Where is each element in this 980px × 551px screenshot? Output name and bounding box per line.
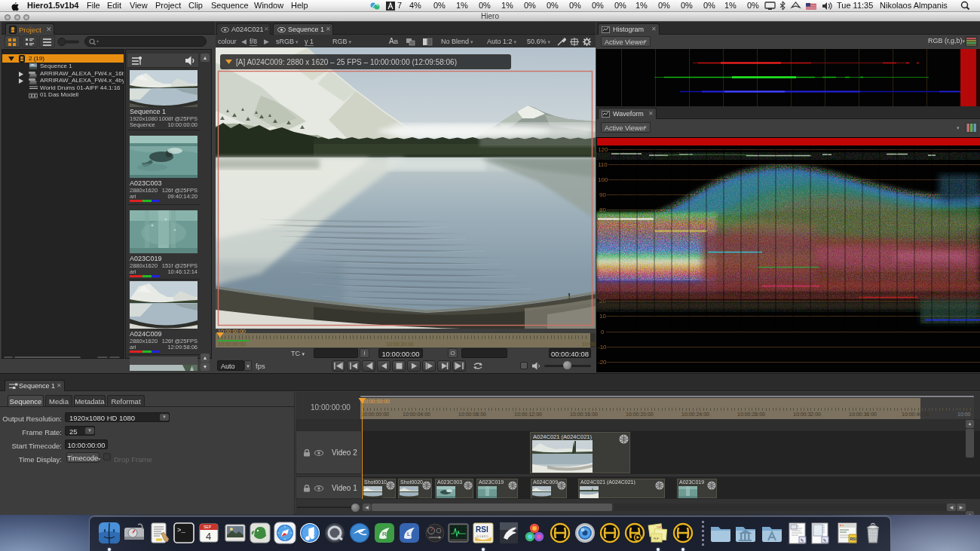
svg-text:RSI: RSI	[850, 537, 857, 541]
svg-text:[A] A024C009: 2880 x 1620 – 25: [A] A024C009: 2880 x 1620 – 25 FPS – 10:…	[236, 58, 457, 66]
svg-text:-10: -10	[598, 344, 607, 350]
svg-text:0: 0	[601, 329, 605, 335]
svg-text:RSI: RSI	[476, 525, 488, 534]
svg-text:SEP: SEP	[204, 525, 212, 529]
svg-text:4: 4	[206, 531, 211, 542]
svg-text:✎: ✎	[801, 538, 804, 543]
svg-text:✎: ✎	[823, 538, 827, 543]
svg-text:G U A R D: G U A R D	[476, 535, 489, 538]
svg-text:PDF: PDF	[654, 537, 659, 540]
svg-text:-20: -20	[598, 359, 607, 366]
svg-text:>_: >_	[177, 527, 185, 534]
svg-text:L: L	[407, 531, 411, 537]
svg-text:R: R	[382, 531, 387, 537]
